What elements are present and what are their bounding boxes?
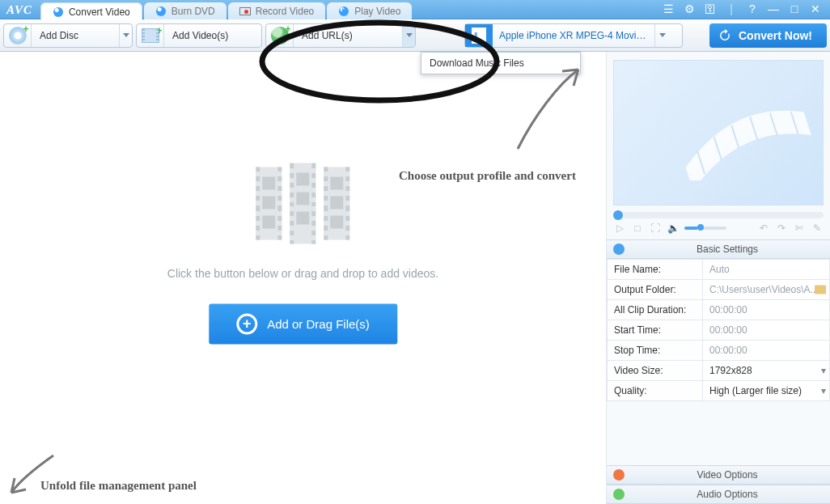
button-label: Convert Now! [739, 29, 812, 42]
button-label: Add URL(s) [294, 30, 402, 41]
globe-icon [266, 24, 294, 47]
add-videos-button[interactable]: + Add Video(s) [136, 23, 262, 48]
tab-record-video[interactable]: Record Video [228, 2, 326, 20]
audio-options-header[interactable]: Audio Options [607, 485, 830, 504]
setting-label: Start Time: [608, 320, 703, 341]
setting-label: Quality: [608, 381, 703, 401]
cut-icon[interactable]: ✄ [793, 222, 806, 235]
setting-start-time: Start Time: 00:00:00 [608, 320, 830, 341]
add-url-dropdown: Download Music Files [421, 52, 581, 74]
film-icon: + [137, 24, 164, 47]
profile-label: Apple iPhone XR MPEG-4 Movie (*.m... [493, 30, 654, 41]
setting-value[interactable]: C:\Users\user\Videos\A... [703, 280, 830, 300]
setting-label: Video Size: [608, 361, 703, 381]
setting-value[interactable]: Auto [703, 260, 830, 280]
video-icon [613, 469, 625, 481]
setting-stop-time: Stop Time: 00:00:00 [608, 341, 830, 361]
setting-label: Stop Time: [608, 341, 703, 361]
chevron-down-icon[interactable] [119, 24, 132, 47]
setting-label: Output Folder: [608, 280, 703, 300]
play-icon[interactable]: ▷ [613, 222, 626, 235]
refresh-icon [718, 28, 732, 43]
empty-hint: Click the button below or drag and drop … [167, 266, 438, 279]
add-disc-button[interactable]: Add Disc [3, 23, 133, 48]
title-bar: AVC Convert Video Burn DVD Record Video … [0, 0, 830, 19]
setting-label: File Name: [608, 260, 703, 280]
annotation-text-unfold: Unfold file management panel [40, 479, 197, 493]
snapshot-icon[interactable]: ⛶ [649, 222, 662, 235]
section-label: Video Options [631, 469, 824, 481]
folder-icon[interactable] [815, 286, 826, 294]
setting-output-folder: Output Folder: C:\Users\user\Videos\A... [608, 280, 830, 300]
section-label: Audio Options [631, 489, 824, 500]
setting-value: 00:00:00 [703, 300, 830, 320]
app-logo: AVC [0, 3, 40, 19]
button-label: Add or Drag File(s) [267, 317, 370, 331]
convert-now-button[interactable]: Convert Now! [709, 23, 827, 48]
video-options-header[interactable]: Video Options [607, 465, 830, 485]
preview-seek-track[interactable] [613, 212, 824, 218]
main-area: Click the button below or drag and drop … [0, 52, 830, 504]
help-icon[interactable]: ? [746, 2, 759, 15]
filmstrip-icon [167, 167, 438, 244]
button-label: Add Video(s) [164, 30, 261, 41]
setting-value[interactable]: 00:00:00 [703, 341, 830, 361]
audio-icon [613, 489, 625, 500]
tab-label: Play Video [354, 6, 400, 17]
button-label: Add Disc [32, 30, 119, 41]
chevron-down-icon[interactable]: ▾ [821, 365, 826, 376]
window-controls: ☰ ⚙ ⚿ | ? — □ ✕ [662, 2, 830, 19]
output-profile-selector[interactable]: Apple iPhone XR MPEG-4 Movie (*.m... [464, 23, 683, 48]
setting-quality: Quality: High (Larger file size)▾ [608, 381, 830, 401]
tab-label: Convert Video [69, 6, 130, 18]
setting-value[interactable]: 00:00:00 [703, 320, 830, 341]
tab-burn-dvd[interactable]: Burn DVD [144, 2, 227, 20]
preview-controls: ▷ □ ⛶ 🔈 ↶ ↷ ✄ ✎ [607, 218, 830, 239]
disc-icon [4, 24, 32, 47]
toolbar: Add Disc + Add Video(s) Add URL(s) Apple… [0, 19, 830, 52]
filmstrip-graphic [671, 91, 816, 180]
annotation-arrow-unfold [5, 451, 61, 499]
empty-state: Click the button below or drag and drop … [167, 167, 438, 344]
chevron-down-icon[interactable] [654, 24, 669, 47]
setting-label: All Clip Duration: [608, 300, 703, 320]
record-icon [239, 6, 251, 17]
setting-all-clip-duration: All Clip Duration: 00:00:00 [608, 300, 830, 320]
tab-play-video[interactable]: Play Video [327, 2, 412, 20]
tab-convert-video[interactable]: Convert Video [40, 2, 142, 20]
plus-icon: + [236, 313, 257, 334]
chevron-down-icon[interactable] [402, 24, 415, 47]
setting-value[interactable]: 1792x828▾ [703, 361, 830, 381]
setting-file-name: File Name: Auto [608, 260, 830, 280]
close-icon[interactable]: ✕ [809, 2, 822, 15]
tab-label: Record Video [256, 6, 315, 17]
drop-canvas[interactable]: Click the button below or drag and drop … [0, 52, 607, 504]
volume-slider[interactable] [684, 227, 726, 230]
minimize-icon[interactable]: — [767, 2, 780, 15]
divider: | [725, 2, 738, 15]
burn-icon [155, 6, 167, 17]
setting-value[interactable]: High (Larger file size)▾ [703, 381, 830, 401]
edit-icon[interactable]: ✎ [811, 222, 824, 235]
mute-icon[interactable]: 🔈 [667, 222, 680, 235]
basic-settings-header[interactable]: Basic Settings [607, 239, 830, 259]
preview-area[interactable] [613, 60, 824, 205]
gear-icon [613, 244, 625, 255]
rotate-right-icon[interactable]: ↷ [775, 222, 788, 235]
annotation-arrow-profile [502, 60, 599, 157]
add-url-button[interactable]: Add URL(s) [265, 23, 416, 48]
key-icon[interactable]: ⚿ [704, 2, 717, 15]
side-panel: ▷ □ ⛶ 🔈 ↶ ↷ ✄ ✎ Basic Settings File Name… [607, 52, 830, 504]
play-icon [338, 6, 349, 17]
stop-icon[interactable]: □ [631, 222, 644, 235]
setting-video-size: Video Size: 1792x828▾ [608, 361, 830, 381]
rotate-left-icon[interactable]: ↶ [757, 222, 770, 235]
section-label: Basic Settings [631, 244, 824, 255]
maximize-icon[interactable]: □ [788, 2, 801, 15]
settings-icon[interactable]: ⚙ [683, 2, 696, 15]
options-icon[interactable]: ☰ [662, 2, 675, 15]
tab-label: Burn DVD [172, 6, 215, 17]
chevron-down-icon[interactable]: ▾ [821, 385, 826, 396]
download-music-item[interactable]: Download Music Files [421, 53, 580, 74]
add-or-drag-button[interactable]: + Add or Drag File(s) [209, 303, 397, 344]
